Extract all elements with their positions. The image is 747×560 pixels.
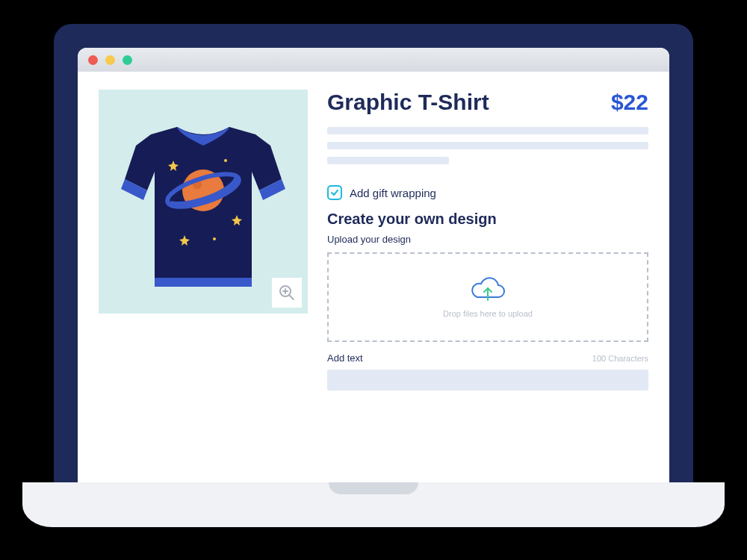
upload-dropzone[interactable]: Drop files here to upload: [327, 252, 648, 342]
svg-point-9: [213, 237, 216, 240]
description-placeholder-line: [327, 142, 648, 149]
maximize-window-icon[interactable]: [123, 55, 132, 65]
magnify-plus-icon: [279, 284, 295, 301]
add-text-label: Add text: [327, 352, 363, 364]
product-price: $22: [611, 90, 648, 115]
check-icon: [330, 188, 339, 197]
design-heading: Create your own design: [327, 211, 648, 228]
svg-rect-0: [155, 278, 252, 287]
gift-wrapping-label: Add gift wrapping: [350, 187, 436, 199]
svg-point-8: [224, 159, 227, 162]
product-details: Graphic T-Shirt $22 Add gift wrapping Cr…: [327, 90, 648, 476]
browser-window: Graphic T-Shirt $22 Add gift wrapping Cr…: [78, 48, 669, 494]
product-image: [99, 90, 308, 314]
minimize-window-icon[interactable]: [105, 55, 115, 65]
char-limit: 100 Characters: [592, 354, 648, 363]
svg-line-11: [289, 295, 294, 299]
upload-label: Upload your design: [327, 234, 648, 245]
laptop-notch: [329, 482, 418, 494]
upload-hint: Drop files here to upload: [443, 309, 533, 318]
laptop-frame: Graphic T-Shirt $22 Add gift wrapping Cr…: [54, 24, 693, 494]
window-titlebar: [78, 48, 669, 72]
product-title: Graphic T-Shirt: [327, 90, 489, 115]
gift-wrapping-checkbox[interactable]: [327, 185, 342, 200]
product-page: Graphic T-Shirt $22 Add gift wrapping Cr…: [78, 72, 669, 494]
close-window-icon[interactable]: [88, 55, 98, 65]
design-text-input[interactable]: [327, 370, 648, 391]
description-placeholder-line: [327, 157, 449, 164]
cloud-upload-icon: [470, 276, 506, 303]
description-placeholder-line: [327, 127, 648, 134]
zoom-button[interactable]: [272, 278, 302, 308]
